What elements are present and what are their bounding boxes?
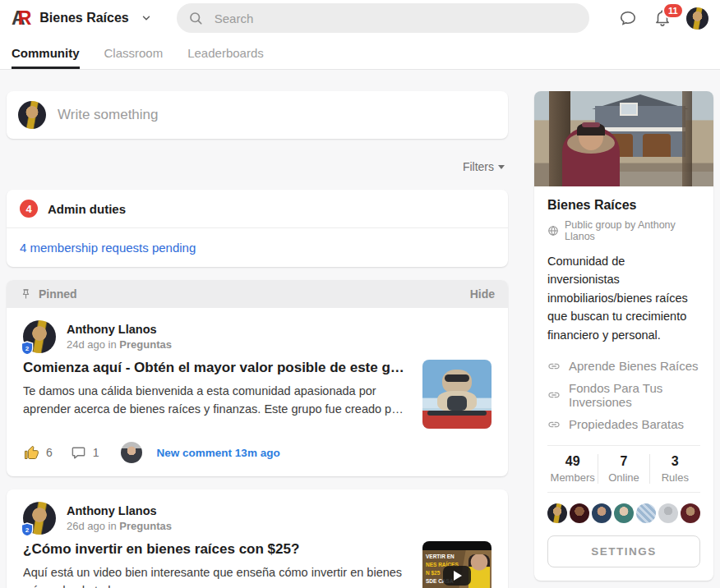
- like-icon[interactable]: [23, 444, 39, 461]
- group-meta-text: Public group by Anthony Llanos: [565, 219, 700, 242]
- member-avatar[interactable]: [614, 503, 634, 523]
- search-input[interactable]: [215, 11, 578, 25]
- group-link-label: Propiedades Baratas: [569, 417, 684, 431]
- group-link-item[interactable]: Propiedades Baratas: [547, 413, 700, 435]
- group-description: Comunidad de inversionistas inmobiliario…: [547, 252, 700, 344]
- admin-duties-title: Admin duties: [48, 202, 126, 216]
- level-badge: 2: [21, 341, 34, 356]
- svg-text:2: 2: [25, 526, 30, 534]
- post-category[interactable]: Preguntas: [119, 338, 172, 351]
- post-category[interactable]: Preguntas: [119, 520, 172, 532]
- post-thumbnail-image[interactable]: [422, 360, 492, 429]
- chevron-down-icon: [498, 165, 505, 169]
- member-avatar[interactable]: [658, 503, 678, 523]
- post-meta: 24d ago in Preguntas: [67, 338, 172, 351]
- member-avatars-row: [547, 493, 700, 527]
- post-title[interactable]: Comienza aquí - Obtén el mayor valor pos…: [23, 360, 409, 376]
- group-info-card: Bienes Raíces Public group by Anthony Ll…: [534, 91, 713, 581]
- feed-column: Write something Filters 4 Admin duties 4…: [7, 91, 508, 588]
- hide-pinned-button[interactable]: Hide: [470, 287, 495, 301]
- filters-dropdown[interactable]: Filters: [463, 160, 505, 173]
- like-count: 6: [46, 446, 53, 459]
- member-avatar[interactable]: [592, 503, 612, 523]
- link-icon: [547, 418, 561, 431]
- compose-box[interactable]: Write something: [7, 91, 508, 139]
- post-body: Aquí está un video bien interesante que …: [23, 564, 409, 588]
- svg-text:2: 2: [25, 345, 30, 352]
- post-video-thumbnail[interactable]: VERTIR EN NES RAÍCES N $25 SDE CASA: [422, 541, 492, 588]
- tab-community[interactable]: Community: [12, 36, 80, 69]
- member-avatar[interactable]: [681, 503, 700, 523]
- post-body: Te damos una cálida bienvenida a esta co…: [23, 383, 409, 419]
- compose-placeholder: Write something: [58, 107, 159, 123]
- member-avatar[interactable]: [547, 503, 567, 523]
- stat-members: 49 Members: [547, 454, 598, 484]
- logo-letter-r: R: [18, 7, 30, 30]
- sidebar: Bienes Raíces Public group by Anthony Ll…: [534, 91, 713, 588]
- pinned-post-card: Pinned Hide 2 Anthony: [7, 280, 508, 476]
- post-1[interactable]: 2 Anthony Llanos 24d ago in Preguntas: [7, 308, 508, 476]
- last-commenter-avatar[interactable]: [121, 442, 142, 463]
- group-link-item[interactable]: Fondos Para Tus Inversiones: [547, 377, 700, 413]
- group-link-item[interactable]: Aprende Bienes Raíces: [547, 355, 700, 377]
- group-privacy-meta: Public group by Anthony Llanos: [547, 219, 700, 242]
- admin-duties-header: 4 Admin duties: [7, 190, 508, 227]
- pin-icon: [20, 288, 32, 301]
- compose-avatar: [18, 101, 46, 129]
- settings-button[interactable]: SETTINGS: [547, 535, 700, 567]
- group-link-label: Aprende Bienes Raíces: [569, 359, 699, 373]
- comment-icon[interactable]: [71, 445, 86, 461]
- group-title: Bienes Raíces: [547, 198, 700, 213]
- chevron-down-icon[interactable]: [141, 12, 152, 24]
- tab-classroom[interactable]: Classroom: [104, 36, 164, 69]
- post-timestamp: 26d ago in: [67, 520, 117, 532]
- post-card: 2 Anthony Llanos 26d ago in Preguntas: [7, 489, 508, 588]
- level-badge: 2: [21, 522, 34, 537]
- group-link-label: Fondos Para Tus Inversiones: [569, 381, 700, 409]
- post-author-name[interactable]: Anthony Llanos: [67, 504, 172, 517]
- post-author-name[interactable]: Anthony Llanos: [67, 323, 172, 336]
- post-timestamp: 24d ago in: [67, 338, 117, 351]
- post-2[interactable]: 2 Anthony Llanos 26d ago in Preguntas: [7, 489, 508, 588]
- main-tabs: Community Classroom Leaderboards: [0, 36, 720, 70]
- page-content: Write something Filters 4 Admin duties 4…: [0, 70, 720, 588]
- link-icon: [547, 360, 561, 373]
- stat-rules: 3 Rules: [649, 454, 700, 484]
- comment-count: 1: [93, 446, 99, 459]
- top-header: A R Bienes Raíces 11: [0, 0, 720, 36]
- notifications-bell-icon[interactable]: 11: [653, 9, 672, 27]
- post-title[interactable]: ¿Cómo invertir en bienes raíces con $25?: [23, 541, 409, 558]
- post-author-avatar[interactable]: 2: [23, 320, 56, 353]
- group-stats: 49 Members 7 Online 3 Rules: [547, 445, 700, 493]
- post-author-avatar[interactable]: 2: [23, 502, 56, 535]
- group-name-header[interactable]: Bienes Raíces: [39, 11, 129, 25]
- user-avatar[interactable]: [686, 7, 708, 30]
- member-avatar[interactable]: [570, 503, 589, 523]
- globe-icon: [547, 225, 559, 237]
- tab-leaderboards[interactable]: Leaderboards: [187, 36, 264, 69]
- search-icon: [188, 11, 203, 25]
- app-logo[interactable]: A R: [12, 7, 30, 30]
- filters-label: Filters: [463, 160, 494, 173]
- play-icon[interactable]: [443, 566, 471, 586]
- membership-requests-link[interactable]: 4 membership requests pending: [7, 228, 508, 267]
- admin-count-badge: 4: [20, 200, 38, 218]
- comment-status[interactable]: New comment 13m ago: [157, 447, 280, 459]
- notification-count-badge: 11: [662, 2, 684, 19]
- stat-online: 7 Online: [598, 454, 648, 484]
- pinned-label: Pinned: [39, 287, 77, 301]
- group-links: Aprende Bienes Raíces Fondos Para Tus In…: [547, 355, 700, 435]
- group-cover-image: [534, 91, 713, 186]
- filters-row: Filters: [7, 160, 505, 173]
- post-meta: 26d ago in Preguntas: [67, 520, 172, 532]
- admin-duties-card: 4 Admin duties 4 membership requests pen…: [7, 190, 508, 267]
- search-bar[interactable]: [177, 3, 589, 33]
- link-icon: [547, 388, 561, 402]
- chat-icon[interactable]: [619, 9, 637, 27]
- pinned-bar: Pinned Hide: [7, 280, 508, 308]
- member-avatar[interactable]: [636, 503, 656, 523]
